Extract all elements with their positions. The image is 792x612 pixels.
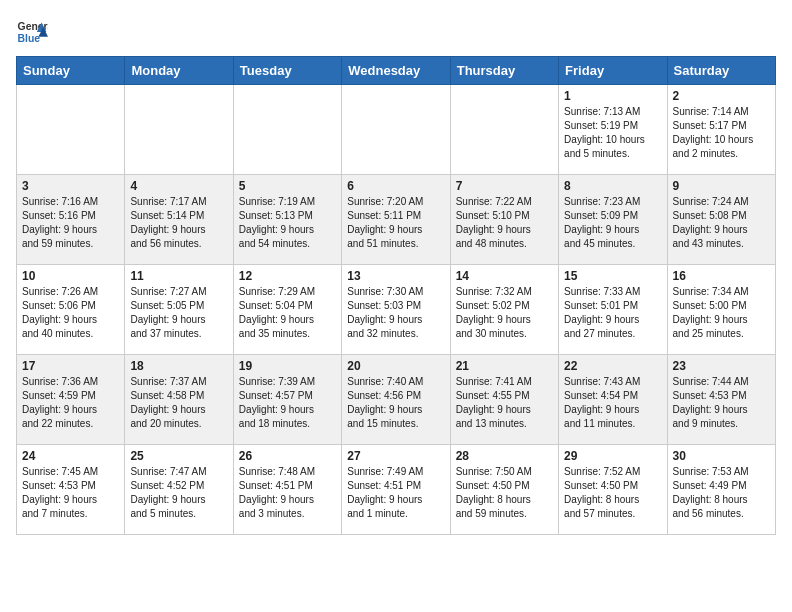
day-info: Sunrise: 7:19 AM Sunset: 5:13 PM Dayligh… bbox=[239, 195, 336, 251]
day-cell: 26Sunrise: 7:48 AM Sunset: 4:51 PM Dayli… bbox=[233, 445, 341, 535]
day-number: 22 bbox=[564, 359, 661, 373]
day-number: 10 bbox=[22, 269, 119, 283]
day-info: Sunrise: 7:17 AM Sunset: 5:14 PM Dayligh… bbox=[130, 195, 227, 251]
day-info: Sunrise: 7:45 AM Sunset: 4:53 PM Dayligh… bbox=[22, 465, 119, 521]
day-info: Sunrise: 7:27 AM Sunset: 5:05 PM Dayligh… bbox=[130, 285, 227, 341]
day-cell: 19Sunrise: 7:39 AM Sunset: 4:57 PM Dayli… bbox=[233, 355, 341, 445]
day-number: 11 bbox=[130, 269, 227, 283]
day-number: 2 bbox=[673, 89, 770, 103]
week-row-1: 1Sunrise: 7:13 AM Sunset: 5:19 PM Daylig… bbox=[17, 85, 776, 175]
day-cell: 1Sunrise: 7:13 AM Sunset: 5:19 PM Daylig… bbox=[559, 85, 667, 175]
day-number: 4 bbox=[130, 179, 227, 193]
day-cell: 14Sunrise: 7:32 AM Sunset: 5:02 PM Dayli… bbox=[450, 265, 558, 355]
day-info: Sunrise: 7:48 AM Sunset: 4:51 PM Dayligh… bbox=[239, 465, 336, 521]
day-cell: 12Sunrise: 7:29 AM Sunset: 5:04 PM Dayli… bbox=[233, 265, 341, 355]
day-cell bbox=[17, 85, 125, 175]
day-cell: 24Sunrise: 7:45 AM Sunset: 4:53 PM Dayli… bbox=[17, 445, 125, 535]
day-cell: 25Sunrise: 7:47 AM Sunset: 4:52 PM Dayli… bbox=[125, 445, 233, 535]
day-info: Sunrise: 7:23 AM Sunset: 5:09 PM Dayligh… bbox=[564, 195, 661, 251]
day-number: 21 bbox=[456, 359, 553, 373]
day-cell: 2Sunrise: 7:14 AM Sunset: 5:17 PM Daylig… bbox=[667, 85, 775, 175]
day-cell: 22Sunrise: 7:43 AM Sunset: 4:54 PM Dayli… bbox=[559, 355, 667, 445]
day-info: Sunrise: 7:29 AM Sunset: 5:04 PM Dayligh… bbox=[239, 285, 336, 341]
day-cell: 5Sunrise: 7:19 AM Sunset: 5:13 PM Daylig… bbox=[233, 175, 341, 265]
day-cell: 3Sunrise: 7:16 AM Sunset: 5:16 PM Daylig… bbox=[17, 175, 125, 265]
day-info: Sunrise: 7:26 AM Sunset: 5:06 PM Dayligh… bbox=[22, 285, 119, 341]
day-cell: 4Sunrise: 7:17 AM Sunset: 5:14 PM Daylig… bbox=[125, 175, 233, 265]
logo-icon: General Blue bbox=[16, 16, 48, 48]
day-cell: 11Sunrise: 7:27 AM Sunset: 5:05 PM Dayli… bbox=[125, 265, 233, 355]
day-number: 24 bbox=[22, 449, 119, 463]
day-info: Sunrise: 7:14 AM Sunset: 5:17 PM Dayligh… bbox=[673, 105, 770, 161]
day-info: Sunrise: 7:22 AM Sunset: 5:10 PM Dayligh… bbox=[456, 195, 553, 251]
day-number: 27 bbox=[347, 449, 444, 463]
day-cell: 10Sunrise: 7:26 AM Sunset: 5:06 PM Dayli… bbox=[17, 265, 125, 355]
day-cell: 21Sunrise: 7:41 AM Sunset: 4:55 PM Dayli… bbox=[450, 355, 558, 445]
day-info: Sunrise: 7:43 AM Sunset: 4:54 PM Dayligh… bbox=[564, 375, 661, 431]
day-number: 8 bbox=[564, 179, 661, 193]
day-cell: 27Sunrise: 7:49 AM Sunset: 4:51 PM Dayli… bbox=[342, 445, 450, 535]
day-header-wednesday: Wednesday bbox=[342, 57, 450, 85]
day-cell bbox=[125, 85, 233, 175]
logo: General Blue bbox=[16, 16, 48, 48]
day-number: 12 bbox=[239, 269, 336, 283]
day-header-thursday: Thursday bbox=[450, 57, 558, 85]
day-info: Sunrise: 7:13 AM Sunset: 5:19 PM Dayligh… bbox=[564, 105, 661, 161]
day-cell: 8Sunrise: 7:23 AM Sunset: 5:09 PM Daylig… bbox=[559, 175, 667, 265]
day-cell: 13Sunrise: 7:30 AM Sunset: 5:03 PM Dayli… bbox=[342, 265, 450, 355]
day-info: Sunrise: 7:24 AM Sunset: 5:08 PM Dayligh… bbox=[673, 195, 770, 251]
day-cell: 17Sunrise: 7:36 AM Sunset: 4:59 PM Dayli… bbox=[17, 355, 125, 445]
day-cell: 16Sunrise: 7:34 AM Sunset: 5:00 PM Dayli… bbox=[667, 265, 775, 355]
day-header-sunday: Sunday bbox=[17, 57, 125, 85]
day-info: Sunrise: 7:32 AM Sunset: 5:02 PM Dayligh… bbox=[456, 285, 553, 341]
day-info: Sunrise: 7:44 AM Sunset: 4:53 PM Dayligh… bbox=[673, 375, 770, 431]
day-header-tuesday: Tuesday bbox=[233, 57, 341, 85]
day-cell bbox=[450, 85, 558, 175]
day-cell: 15Sunrise: 7:33 AM Sunset: 5:01 PM Dayli… bbox=[559, 265, 667, 355]
day-number: 6 bbox=[347, 179, 444, 193]
day-info: Sunrise: 7:37 AM Sunset: 4:58 PM Dayligh… bbox=[130, 375, 227, 431]
day-info: Sunrise: 7:53 AM Sunset: 4:49 PM Dayligh… bbox=[673, 465, 770, 521]
day-info: Sunrise: 7:50 AM Sunset: 4:50 PM Dayligh… bbox=[456, 465, 553, 521]
day-info: Sunrise: 7:16 AM Sunset: 5:16 PM Dayligh… bbox=[22, 195, 119, 251]
day-number: 9 bbox=[673, 179, 770, 193]
day-cell: 28Sunrise: 7:50 AM Sunset: 4:50 PM Dayli… bbox=[450, 445, 558, 535]
day-info: Sunrise: 7:33 AM Sunset: 5:01 PM Dayligh… bbox=[564, 285, 661, 341]
week-row-4: 17Sunrise: 7:36 AM Sunset: 4:59 PM Dayli… bbox=[17, 355, 776, 445]
day-header-friday: Friday bbox=[559, 57, 667, 85]
day-cell: 18Sunrise: 7:37 AM Sunset: 4:58 PM Dayli… bbox=[125, 355, 233, 445]
day-number: 3 bbox=[22, 179, 119, 193]
day-header-monday: Monday bbox=[125, 57, 233, 85]
day-cell: 29Sunrise: 7:52 AM Sunset: 4:50 PM Dayli… bbox=[559, 445, 667, 535]
day-number: 28 bbox=[456, 449, 553, 463]
day-number: 13 bbox=[347, 269, 444, 283]
week-row-5: 24Sunrise: 7:45 AM Sunset: 4:53 PM Dayli… bbox=[17, 445, 776, 535]
day-number: 23 bbox=[673, 359, 770, 373]
header: General Blue bbox=[16, 16, 776, 48]
day-info: Sunrise: 7:34 AM Sunset: 5:00 PM Dayligh… bbox=[673, 285, 770, 341]
day-number: 15 bbox=[564, 269, 661, 283]
day-number: 1 bbox=[564, 89, 661, 103]
day-info: Sunrise: 7:47 AM Sunset: 4:52 PM Dayligh… bbox=[130, 465, 227, 521]
svg-text:Blue: Blue bbox=[18, 33, 41, 44]
day-info: Sunrise: 7:40 AM Sunset: 4:56 PM Dayligh… bbox=[347, 375, 444, 431]
day-info: Sunrise: 7:36 AM Sunset: 4:59 PM Dayligh… bbox=[22, 375, 119, 431]
day-cell: 23Sunrise: 7:44 AM Sunset: 4:53 PM Dayli… bbox=[667, 355, 775, 445]
day-number: 18 bbox=[130, 359, 227, 373]
day-cell: 9Sunrise: 7:24 AM Sunset: 5:08 PM Daylig… bbox=[667, 175, 775, 265]
day-number: 5 bbox=[239, 179, 336, 193]
day-info: Sunrise: 7:41 AM Sunset: 4:55 PM Dayligh… bbox=[456, 375, 553, 431]
day-cell bbox=[342, 85, 450, 175]
day-header-saturday: Saturday bbox=[667, 57, 775, 85]
day-number: 17 bbox=[22, 359, 119, 373]
day-info: Sunrise: 7:30 AM Sunset: 5:03 PM Dayligh… bbox=[347, 285, 444, 341]
day-info: Sunrise: 7:49 AM Sunset: 4:51 PM Dayligh… bbox=[347, 465, 444, 521]
day-cell: 20Sunrise: 7:40 AM Sunset: 4:56 PM Dayli… bbox=[342, 355, 450, 445]
day-number: 7 bbox=[456, 179, 553, 193]
day-number: 30 bbox=[673, 449, 770, 463]
day-cell: 7Sunrise: 7:22 AM Sunset: 5:10 PM Daylig… bbox=[450, 175, 558, 265]
day-cell bbox=[233, 85, 341, 175]
day-cell: 30Sunrise: 7:53 AM Sunset: 4:49 PM Dayli… bbox=[667, 445, 775, 535]
calendar: SundayMondayTuesdayWednesdayThursdayFrid… bbox=[16, 56, 776, 535]
day-number: 19 bbox=[239, 359, 336, 373]
